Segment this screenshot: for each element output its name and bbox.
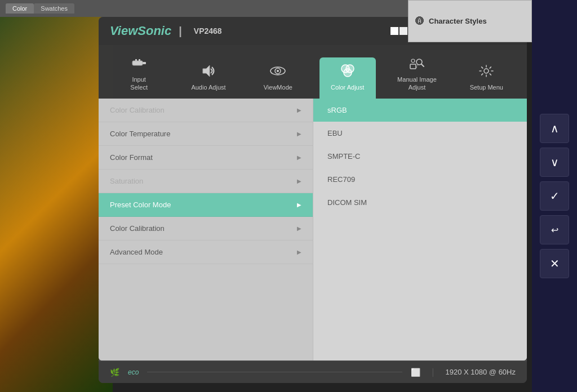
svg-point-15 bbox=[484, 69, 489, 73]
menu-item-color-temperature[interactable]: Color Temperature ▶ bbox=[99, 122, 313, 146]
up-icon: ∧ bbox=[551, 122, 559, 135]
confirm-button[interactable]: ✓ bbox=[540, 181, 569, 211]
submenu-item-dicom-sim[interactable]: DICOM SIM bbox=[313, 191, 527, 214]
menu-item-preset-color-mode[interactable]: Preset Color Mode ▶ bbox=[99, 193, 313, 217]
close-button[interactable]: ✕ bbox=[540, 249, 569, 278]
status-pipe: | bbox=[432, 367, 434, 377]
tab-color[interactable]: Color bbox=[6, 3, 34, 14]
menu-label: Color Calibration bbox=[110, 106, 165, 114]
svg-point-7 bbox=[277, 70, 279, 72]
submenu-item-rec709[interactable]: REC709 bbox=[313, 168, 527, 191]
right-sidebar: ∧ ∨ ✓ ↩ ✕ bbox=[532, 0, 577, 392]
nav-input-select[interactable]: InputSelect bbox=[111, 51, 167, 99]
monitor-osd: ViewSonic | VP2468 bbox=[99, 17, 527, 383]
down-button[interactable]: ∨ bbox=[540, 148, 569, 177]
model-name: VP2468 bbox=[194, 26, 222, 35]
color-adjust-icon bbox=[340, 63, 356, 80]
swatch bbox=[400, 27, 407, 35]
submenu-label: REC709 bbox=[327, 175, 355, 184]
menu-label: Color Temperature bbox=[110, 130, 170, 138]
menu-item-advanced-mode[interactable]: Advanced Mode ▶ bbox=[99, 240, 313, 264]
arrow-icon: ▶ bbox=[297, 131, 301, 137]
svg-point-10 bbox=[344, 69, 352, 77]
submenu-item-smpte-c[interactable]: SMPTE-C bbox=[313, 145, 527, 168]
menu-label: Saturation bbox=[110, 177, 143, 185]
close-icon: ✕ bbox=[550, 257, 560, 270]
svg-point-14 bbox=[411, 59, 415, 63]
submenu-label: SMPTE-C bbox=[327, 152, 361, 161]
submenu-label: sRGB bbox=[327, 106, 347, 114]
submenu-item-ebu[interactable]: EBU bbox=[313, 122, 527, 145]
eco-leaf-icon: 🌿 bbox=[110, 368, 119, 377]
status-divider bbox=[147, 372, 402, 372]
input-select-icon bbox=[131, 56, 147, 72]
eco-label: eco bbox=[128, 368, 139, 376]
menu-label: Advanced Mode bbox=[110, 248, 163, 256]
check-icon: ✓ bbox=[550, 189, 560, 203]
nav-input-select-label: InputSelect bbox=[130, 75, 148, 92]
submenu-item-srgb[interactable]: sRGB bbox=[313, 99, 527, 122]
submenu-label: DICOM SIM bbox=[327, 198, 367, 207]
menu-label: Color Format bbox=[110, 153, 153, 162]
nav-viewmode[interactable]: ViewMode bbox=[250, 59, 306, 98]
arrow-icon: ▶ bbox=[297, 202, 301, 208]
submenu-label: EBU bbox=[327, 129, 343, 137]
arrow-icon: ▶ bbox=[297, 107, 301, 113]
arrow-icon: ▶ bbox=[297, 249, 301, 255]
brand-logo: ViewSonic | VP2468 bbox=[110, 24, 222, 38]
menu-item-color-calibration-bottom[interactable]: Color Calibration ▶ bbox=[99, 217, 313, 240]
svg-marker-4 bbox=[203, 65, 210, 77]
nav-audio-adjust[interactable]: Audio Adjust bbox=[180, 59, 237, 98]
back-button[interactable]: ↩ bbox=[540, 215, 569, 244]
character-styles-title: Character Styles bbox=[429, 17, 487, 25]
down-icon: ∨ bbox=[551, 155, 559, 169]
osd-content: Color Calibration ▶ Color Temperature ▶ … bbox=[99, 99, 527, 360]
nav-setup-menu[interactable]: Setup Menu bbox=[458, 59, 514, 98]
nav-viewmode-label: ViewMode bbox=[264, 83, 292, 91]
submenu-panel: sRGB EBU SMPTE-C REC709 DICOM SIM bbox=[313, 99, 527, 360]
osd-statusbar: 🌿 eco ⬜ | 1920 X 1080 @ 60Hz bbox=[99, 360, 527, 383]
manual-image-adjust-icon bbox=[409, 56, 425, 72]
menu-panel: Color Calibration ▶ Color Temperature ▶ … bbox=[99, 99, 313, 360]
forest-background bbox=[0, 0, 113, 392]
svg-rect-11 bbox=[410, 64, 416, 69]
arrow-icon: ▶ bbox=[297, 178, 301, 184]
menu-label: Preset Color Mode bbox=[110, 201, 171, 209]
nav-setup-menu-label: Setup Menu bbox=[470, 83, 503, 91]
nav-manual-image-adjust-label: Manual ImageAdjust bbox=[397, 75, 437, 92]
setup-menu-icon bbox=[478, 64, 494, 80]
svg-rect-1 bbox=[143, 62, 146, 64]
nav-audio-adjust-label: Audio Adjust bbox=[191, 83, 225, 91]
back-icon: ↩ bbox=[551, 225, 558, 235]
tab-swatches[interactable]: Swatches bbox=[34, 3, 74, 14]
svg-rect-0 bbox=[132, 61, 143, 65]
brand-separator: | bbox=[179, 25, 182, 38]
brand-name: ViewSonic bbox=[110, 24, 171, 38]
menu-item-color-format[interactable]: Color Format ▶ bbox=[99, 146, 313, 170]
osd-nav: InputSelect Audio Adjust ViewMode bbox=[99, 45, 527, 99]
nav-color-adjust[interactable]: Color Adjust bbox=[319, 57, 376, 98]
arrow-icon: ▶ bbox=[297, 225, 301, 231]
menu-label: Color Calibration bbox=[110, 224, 165, 233]
viewmode-icon bbox=[270, 64, 286, 80]
svg-rect-2 bbox=[135, 59, 137, 61]
arrow-icon: ▶ bbox=[297, 154, 301, 161]
display-icon: ⬜ bbox=[411, 368, 420, 377]
status-resolution: 1920 X 1080 @ 60Hz bbox=[445, 368, 516, 376]
menu-item-saturation[interactable]: Saturation ▶ bbox=[99, 170, 313, 193]
character-styles-icon: 🅐 bbox=[415, 16, 424, 26]
swatch bbox=[390, 27, 398, 35]
svg-rect-3 bbox=[139, 59, 140, 61]
menu-item-color-calibration-top[interactable]: Color Calibration ▶ bbox=[99, 99, 313, 122]
nav-manual-image-adjust[interactable]: Manual ImageAdjust bbox=[389, 51, 445, 99]
audio-adjust-icon bbox=[201, 64, 216, 80]
character-styles-panel: 🅐 Character Styles bbox=[408, 0, 532, 42]
up-button[interactable]: ∧ bbox=[540, 114, 569, 143]
nav-color-adjust-label: Color Adjust bbox=[331, 83, 364, 91]
svg-line-13 bbox=[421, 64, 424, 66]
